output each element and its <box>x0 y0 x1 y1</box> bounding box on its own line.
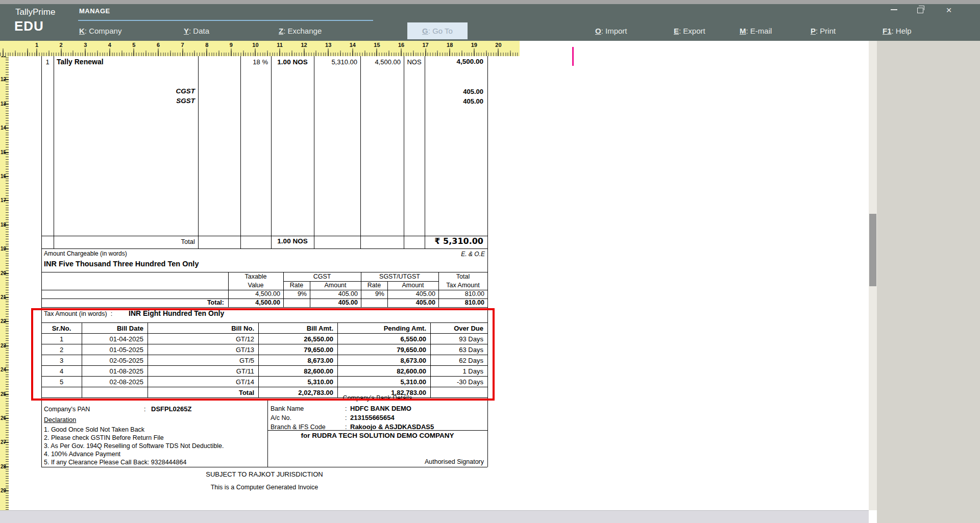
declaration-item: 1. Good Once Sold Not Taken Back <box>44 426 144 433</box>
ruler-number: 5 <box>128 42 140 48</box>
menu-label: Company <box>89 27 121 35</box>
declaration-title: Declaration <box>44 416 76 424</box>
ruler-number: 16 <box>395 42 407 48</box>
menu-item-exchange[interactable]: Z: Exchange <box>279 27 322 35</box>
ruler-number: 7 <box>177 42 189 48</box>
hotkey: E <box>674 27 679 35</box>
signature-for-line: for RUDRA TECH SOLUTION DEMO COMPANY <box>267 432 487 439</box>
colon: : <box>144 406 145 413</box>
tax-total-amount: 810.00 <box>438 290 484 297</box>
menu-item-import[interactable]: O: Import <box>595 27 627 35</box>
jurisdiction-note: SUBJECT TO RAJKOT JURISDICTION <box>41 470 487 478</box>
generated-note: This is a Computer Generated Invoice <box>41 484 487 491</box>
ruler-number: 12 <box>298 42 310 48</box>
red-highlight-box <box>31 308 495 401</box>
ruler-number: 8 <box>201 42 213 48</box>
window-top-border <box>0 0 980 4</box>
tax-cgst-rate: 9% <box>283 290 307 297</box>
app-logo: TallyPrime <box>15 7 55 17</box>
tax-total-taxable: 4,500.00 <box>228 299 280 306</box>
tax-header-amount: Amount <box>387 282 438 289</box>
item-rate: 5,310.00 <box>314 58 357 66</box>
close-button[interactable]: × <box>942 4 955 15</box>
item-amount: 4,500.00 <box>425 58 483 65</box>
ruler-unit-tick <box>4 490 9 491</box>
tax-total-cgst: 405.00 <box>310 299 358 306</box>
ruler-unit-tick <box>4 128 9 129</box>
item-per: NOS <box>404 58 425 66</box>
bank-ac-value: 213155665654 <box>350 414 395 421</box>
gst-line-amount: 405.00 <box>425 97 483 105</box>
gst-line-label: SGST <box>54 97 195 105</box>
ruler-unit-tick <box>4 104 9 105</box>
tax-header-total: Total <box>438 273 487 280</box>
ruler-unit-tick <box>4 273 9 274</box>
item-gst-rate: 18 % <box>240 58 268 66</box>
colon: : <box>345 414 347 421</box>
menu-item-data[interactable]: Y: Data <box>184 27 209 35</box>
minimize-button[interactable] <box>887 4 900 15</box>
authorised-signatory: Authorised Signatory <box>357 458 484 465</box>
tax-header-rate: Rate <box>283 282 310 289</box>
ruler-unit-tick <box>4 297 9 298</box>
company-pan-value: DSFPL0265Z <box>151 405 191 413</box>
ruler-number: 20 <box>492 42 504 48</box>
tallyprime-window: TallyPrime EDU MANAGE K: Company Y: Data… <box>0 0 980 523</box>
total-amount: ₹ 5,310.00 <box>414 236 483 246</box>
menu-label: Help <box>896 27 912 35</box>
tax-total-label: Total: <box>153 299 224 306</box>
ruler-number: 17 <box>420 42 432 48</box>
hotkey: P <box>811 27 816 35</box>
ruler-number: 14 <box>347 42 359 48</box>
declaration-item: 5. If any Clearance Please Call Back: 93… <box>44 459 186 466</box>
ruler-unit-tick <box>4 225 9 226</box>
horizontal-ruler: 123456789101112131415161718192021 <box>0 41 520 56</box>
menu-item-print[interactable]: P: Print <box>811 27 836 35</box>
menu-title-underline <box>78 20 373 21</box>
tax-header-amount: Amount <box>310 282 361 289</box>
ruler-unit-tick <box>4 369 9 370</box>
tax-header-taxable-2: Value <box>228 282 283 289</box>
tax-cgst-amount: 405.00 <box>310 290 358 297</box>
ruler-unit-tick <box>4 200 9 201</box>
ruler-ticks <box>0 48 520 56</box>
tax-header-total-2: Tax Amount <box>438 282 487 289</box>
ruler-number: 1 <box>31 42 43 48</box>
item-description: Tally Renewal <box>57 58 104 66</box>
hotkey: F1 <box>883 27 892 35</box>
menu-label: Print <box>820 27 836 35</box>
hotkey: Z <box>279 27 283 35</box>
ruler-number: 10 <box>249 42 261 48</box>
menu-label: Export <box>683 27 705 35</box>
scrollbar-thumb[interactable] <box>869 214 876 286</box>
hotkey: Y <box>184 27 189 35</box>
tax-taxable-value: 4,500.00 <box>228 290 280 297</box>
hotkey: O <box>595 27 601 35</box>
restore-button[interactable] <box>914 4 927 15</box>
menu-item-email[interactable]: M: E-mail <box>740 27 772 35</box>
ruler-unit-tick <box>4 176 9 177</box>
goto-button[interactable]: G: Go To <box>407 22 468 39</box>
menu-item-company[interactable]: K: Company <box>79 27 121 35</box>
ruler-number: 11 <box>0 56 6 58</box>
total-quantity: 1.00 NOS <box>271 237 314 245</box>
ruler-unit-tick <box>4 466 9 467</box>
menu-label: Go To <box>432 27 453 35</box>
page-margin-marker <box>572 47 574 66</box>
vertical-ruler: 11121314151617181920212223242526272829 <box>0 56 9 510</box>
bank-name-value: HDFC BANK DEMO <box>350 405 411 412</box>
ruler-unit-tick <box>4 79 9 80</box>
ruler-number: 13 <box>322 42 334 48</box>
menu-item-export[interactable]: E: Export <box>674 27 705 35</box>
tax-sgst-amount: 405.00 <box>387 290 435 297</box>
ruler-number: 9 <box>225 42 237 48</box>
tax-header-rate: Rate <box>361 282 387 289</box>
restore-icon <box>917 8 923 13</box>
ruler-number: 11 <box>274 42 286 48</box>
bottom-bar <box>0 510 869 523</box>
app-edition-badge: EDU <box>14 18 44 34</box>
ruler-number: 15 <box>371 42 383 48</box>
ruler-number: 4 <box>104 42 116 48</box>
gst-line-label: CGST <box>54 87 195 95</box>
menu-item-help[interactable]: F1: Help <box>883 27 912 35</box>
